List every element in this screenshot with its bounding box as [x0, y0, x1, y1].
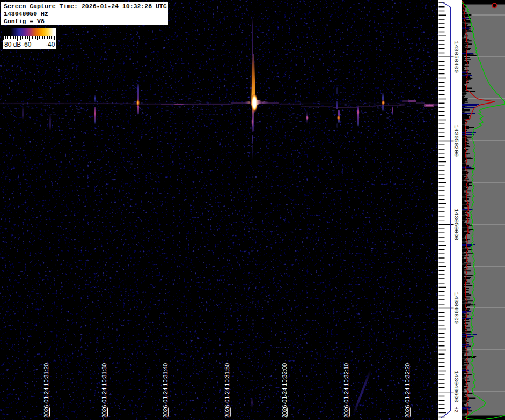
svg-text:143049600 Hz: 143049600 Hz — [453, 371, 459, 413]
svg-text:2026-01-24 10:32:10: 2026-01-24 10:32:10 — [343, 363, 349, 418]
svg-text:2026-01-24 10:31:30: 2026-01-24 10:31:30 — [101, 363, 107, 418]
svg-text:2026-01-24 10:31:40: 2026-01-24 10:31:40 — [162, 363, 169, 418]
svg-text:143050000: 143050000 — [453, 209, 459, 240]
svg-text:2026-01-24 10:32:00: 2026-01-24 10:32:00 — [281, 363, 288, 418]
svg-text:143050200: 143050200 — [453, 125, 459, 157]
svg-text:2026-01-24 10:31:20: 2026-01-24 10:31:20 — [43, 363, 49, 418]
svg-text:2026-01-24 10:32:20: 2026-01-24 10:32:20 — [404, 363, 411, 418]
svg-text:143049800: 143049800 — [453, 292, 459, 324]
svg-text:143050400: 143050400 — [453, 41, 459, 73]
svg-text:2026-01-24 10:31:50: 2026-01-24 10:31:50 — [224, 363, 230, 418]
